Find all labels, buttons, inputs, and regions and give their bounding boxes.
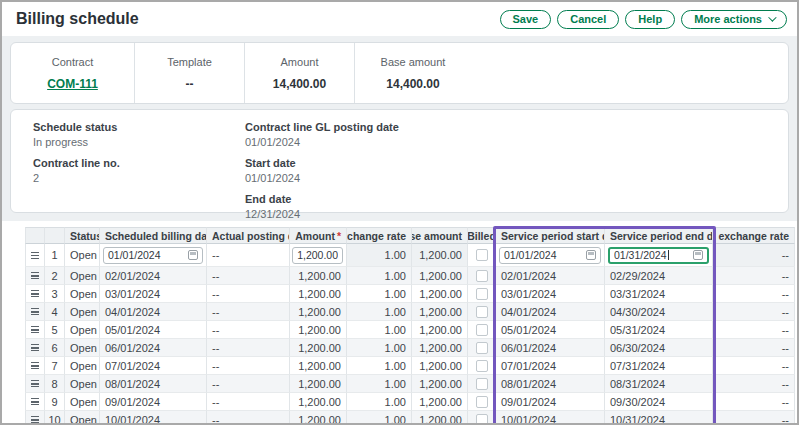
drag-handle-icon[interactable] bbox=[31, 398, 39, 405]
billed-checkbox[interactable] bbox=[476, 306, 488, 318]
billed-cell bbox=[468, 393, 496, 411]
service-period-start-date-cell: 10/01/2024 bbox=[496, 411, 605, 425]
service-period-end-date-cell: 10/31/2024 bbox=[605, 411, 713, 425]
service-period-end-date-input[interactable]: 01/31/2024 bbox=[608, 247, 709, 264]
column-header-exchange: Exchange rate bbox=[347, 227, 412, 244]
service-period-start-date-cell: 01/01/2024 bbox=[496, 244, 605, 267]
amount-input-value: 1,200.00 bbox=[297, 249, 338, 261]
posted-exchange-rate-cell: -- bbox=[713, 321, 795, 339]
billed-checkbox[interactable] bbox=[476, 414, 488, 426]
billed-cell bbox=[468, 339, 496, 357]
service-period-start-date-cell: 08/01/2024 bbox=[496, 375, 605, 393]
billed-cell bbox=[468, 267, 496, 285]
billed-checkbox[interactable] bbox=[476, 324, 488, 336]
service-period-start-date-cell: 09/01/2024 bbox=[496, 393, 605, 411]
posted-exchange-rate-cell: -- bbox=[713, 267, 795, 285]
billed-checkbox[interactable] bbox=[476, 360, 488, 372]
contract-link[interactable]: COM-111 bbox=[47, 77, 98, 91]
row-number: 7 bbox=[45, 357, 65, 375]
start-date-label: Start date bbox=[245, 157, 399, 169]
drag-handle-icon[interactable] bbox=[31, 272, 39, 279]
contract-line-no-label: Contract line no. bbox=[33, 157, 120, 169]
exchange-rate-cell: 1.00 bbox=[347, 411, 412, 425]
start-date-value: 01/01/2024 bbox=[245, 172, 399, 184]
template-label: Template bbox=[167, 56, 212, 68]
billed-checkbox[interactable] bbox=[476, 270, 488, 282]
billed-checkbox[interactable] bbox=[476, 378, 488, 390]
service-period-start-date-cell: 02/01/2024 bbox=[496, 267, 605, 285]
calendar-icon[interactable] bbox=[586, 250, 596, 260]
amount-cell: 1,200.00 bbox=[290, 375, 347, 393]
drag-handle-icon[interactable] bbox=[31, 416, 39, 423]
billed-cell bbox=[468, 357, 496, 375]
drag-handle-icon[interactable] bbox=[31, 308, 39, 315]
actual-posting-date-cell: -- bbox=[207, 321, 290, 339]
billed-checkbox[interactable] bbox=[476, 396, 488, 408]
column-header-spe: Service period end date bbox=[605, 227, 713, 244]
more-actions-button[interactable]: More actions bbox=[681, 10, 787, 29]
status-cell: Open bbox=[65, 321, 100, 339]
base-amount-cell: 1,200.00 bbox=[412, 244, 468, 267]
billing-schedule-window: Billing schedule Save Cancel Help More a… bbox=[0, 0, 799, 425]
cancel-button[interactable]: Cancel bbox=[557, 10, 619, 29]
drag-handle-icon[interactable] bbox=[31, 252, 39, 259]
posted-exchange-rate-cell: -- bbox=[713, 244, 795, 267]
service-period-end-date-cell: 04/30/2024 bbox=[605, 303, 713, 321]
table-row: 10Open10/01/2024--1,200.001.001,200.0010… bbox=[25, 411, 795, 425]
column-header-status: Status bbox=[65, 227, 100, 244]
template-value: -- bbox=[186, 77, 194, 91]
drag-handle-cell bbox=[25, 357, 45, 375]
actual-posting-date-cell: -- bbox=[207, 411, 290, 425]
table-row: 3Open03/01/2024--1,200.001.001,200.0003/… bbox=[25, 285, 795, 303]
amount-cell: 1,200.00 bbox=[290, 267, 347, 285]
drag-handle-icon[interactable] bbox=[31, 344, 39, 351]
service-period-start-date-input[interactable]: 01/01/2024 bbox=[499, 247, 601, 264]
status-cell: Open bbox=[65, 393, 100, 411]
column-header-num bbox=[45, 227, 65, 244]
base-amount-cell: 1,200.00 bbox=[412, 357, 468, 375]
table-row: 2Open02/01/2024--1,200.001.001,200.0002/… bbox=[25, 267, 795, 285]
table-row: 5Open05/01/2024--1,200.001.001,200.0005/… bbox=[25, 321, 795, 339]
scheduled-billing-date-cell: 03/01/2024 bbox=[100, 285, 207, 303]
scheduled-billing-date-input[interactable]: 01/01/2024 bbox=[103, 247, 203, 264]
service-period-end-date-cell: 07/31/2024 bbox=[605, 357, 713, 375]
drag-handle-icon[interactable] bbox=[31, 380, 39, 387]
gl-posting-date-value: 01/01/2024 bbox=[245, 136, 399, 148]
billed-cell bbox=[468, 375, 496, 393]
actual-posting-date-cell: -- bbox=[207, 339, 290, 357]
base-amount-cell: 1,200.00 bbox=[412, 393, 468, 411]
drag-handle-icon[interactable] bbox=[31, 326, 39, 333]
amount-label: Amount bbox=[281, 56, 319, 68]
details-left-column: Schedule status In progress Contract lin… bbox=[33, 121, 120, 193]
service-period-end-date-cell: 06/30/2024 bbox=[605, 339, 713, 357]
billed-checkbox[interactable] bbox=[476, 288, 488, 300]
billed-cell bbox=[468, 285, 496, 303]
help-button[interactable]: Help bbox=[625, 10, 675, 29]
actual-posting-date-cell: -- bbox=[207, 267, 290, 285]
exchange-rate-cell: 1.00 bbox=[347, 339, 412, 357]
column-header-label: Base amount bbox=[412, 230, 462, 242]
billed-checkbox[interactable] bbox=[476, 342, 488, 354]
drag-handle-icon[interactable] bbox=[31, 290, 39, 297]
exchange-rate-cell: 1.00 bbox=[347, 267, 412, 285]
status-cell: Open bbox=[65, 285, 100, 303]
service-period-start-date-cell: 04/01/2024 bbox=[496, 303, 605, 321]
billed-checkbox[interactable] bbox=[476, 249, 488, 261]
scheduled-billing-date-cell: 01/01/2024 bbox=[100, 244, 207, 267]
calendar-icon[interactable] bbox=[188, 250, 198, 260]
row-number: 9 bbox=[45, 393, 65, 411]
base-amount-value: 14,400.00 bbox=[386, 77, 439, 91]
save-button[interactable]: Save bbox=[500, 10, 552, 29]
scheduled-billing-date-cell: 08/01/2024 bbox=[100, 375, 207, 393]
column-header-sps: Service period start date bbox=[496, 227, 605, 244]
exchange-rate-cell: 1.00 bbox=[347, 357, 412, 375]
calendar-icon[interactable] bbox=[693, 250, 703, 260]
billed-cell bbox=[468, 303, 496, 321]
exchange-rate-cell: 1.00 bbox=[347, 321, 412, 339]
amount-input[interactable]: 1,200.00 bbox=[292, 247, 343, 264]
column-header-actual: Actual posting date bbox=[207, 227, 290, 244]
row-number: 3 bbox=[45, 285, 65, 303]
summary-field-contract: Contract COM-111 bbox=[11, 43, 135, 103]
service-period-start-date-cell: 03/01/2024 bbox=[496, 285, 605, 303]
drag-handle-icon[interactable] bbox=[31, 362, 39, 369]
